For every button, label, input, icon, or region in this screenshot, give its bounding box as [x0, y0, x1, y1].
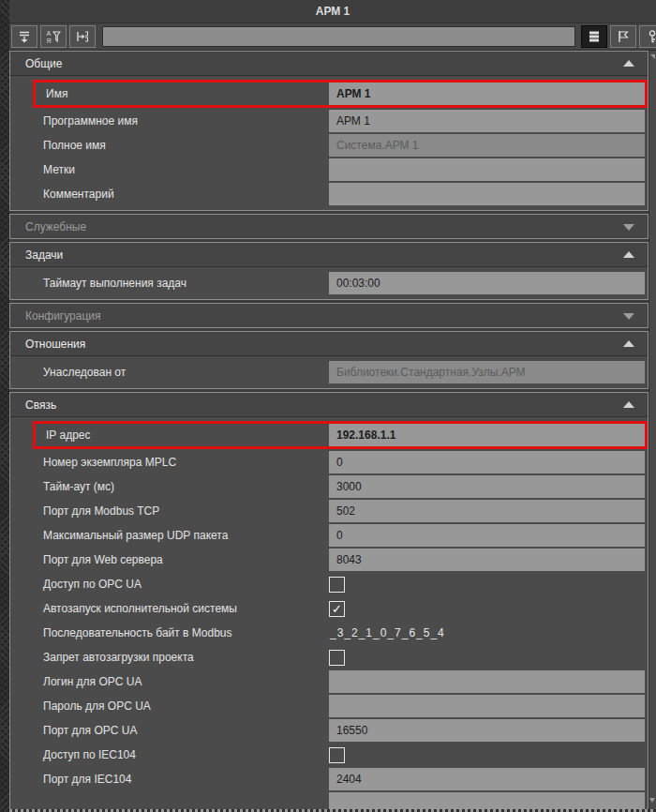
check-icon: ✓	[332, 602, 342, 616]
svg-text:А: А	[47, 30, 52, 37]
property-label: Унаследован от	[33, 366, 329, 379]
property-value-field: Библиотеки.Стандартная.Узлы.АРМ	[329, 361, 645, 383]
property-label: Номер экземпляра MPLC	[33, 456, 329, 469]
list-view-icon	[587, 29, 602, 44]
scrollbar[interactable]	[649, 51, 656, 812]
property-label: Пароль для OPC UA	[33, 699, 329, 713]
apply-down-button[interactable]	[11, 25, 37, 48]
property-label: Доступ по OPC UA	[33, 578, 329, 591]
property-row: Порт для IEC1042404	[33, 768, 648, 790]
property-row: Последовательность байт в Modbus_3_2_1_0…	[33, 622, 648, 644]
section: Служебные	[9, 214, 649, 239]
property-label: Таймаут выполнения задач	[33, 277, 329, 290]
property-row: Полное имяСистема.АРМ 1	[33, 134, 648, 157]
property-label: Запрет автозагрузки проекта	[33, 651, 329, 664]
property-value-field[interactable]: АРМ 1	[329, 83, 645, 105]
checkbox-unchecked[interactable]	[329, 747, 345, 763]
property-value-field[interactable]: 00:03:00	[329, 272, 645, 294]
property-value-text[interactable]: _3_2_1_0_7_6_5_4	[329, 626, 648, 639]
flag-icon	[616, 29, 631, 44]
property-value-field[interactable]: 3000	[329, 475, 645, 498]
section-header[interactable]: Конфигурация	[10, 304, 648, 327]
scroll-grip-icon	[650, 54, 655, 59]
collapse-arrow-icon[interactable]	[623, 60, 634, 67]
section-title: Отношения	[25, 338, 85, 351]
property-value-field[interactable]: 0	[329, 524, 645, 547]
section-rows: ИмяАРМ 1Программное имяАРМ 1Полное имяСи…	[10, 75, 648, 210]
alpha-sort-filter-button[interactable]: А Я	[40, 25, 67, 48]
property-label: Полное имя	[33, 139, 329, 152]
property-value-field[interactable]	[329, 183, 645, 205]
alpha-sort-filter-icon: А Я	[46, 29, 61, 44]
property-value-field: Система.АРМ 1	[329, 134, 645, 157]
property-row: Логин для OPC UA	[33, 670, 648, 693]
property-label: Порт для OPC UA	[33, 724, 329, 737]
checkbox-checked[interactable]: ✓	[329, 601, 345, 617]
section-rows: Унаследован отБиблиотеки.Стандартная.Узл…	[10, 355, 648, 388]
expand-arrow-icon[interactable]	[623, 224, 634, 231]
property-value-field[interactable]: 8043	[329, 549, 645, 571]
section-title: Конфигурация	[25, 309, 101, 323]
property-row: Метки	[33, 158, 648, 181]
section-rows: Таймаут выполнения задач00:03:00	[10, 266, 648, 299]
section: СвязьIP адрес192.168.1.1Номер экземпляра…	[9, 392, 649, 812]
property-label: IP адрес	[36, 429, 329, 442]
property-label: Комментарий	[33, 188, 329, 201]
section: ЗадачиТаймаут выполнения задач00:03:00	[9, 242, 649, 300]
list-view-button[interactable]	[581, 25, 607, 48]
property-value-field[interactable]	[329, 158, 645, 181]
properties-panel: ОбщиеИмяАРМ 1Программное имяАРМ 1Полное …	[9, 51, 649, 812]
property-row: Унаследован отБиблиотеки.Стандартная.Узл…	[33, 361, 648, 383]
property-label: Автозапуск исполнительной системы	[33, 602, 329, 615]
properties-toolbar: А Я	[9, 23, 656, 51]
property-value-field[interactable]: 2404	[329, 768, 645, 790]
property-value-field[interactable]: 0	[329, 451, 645, 474]
property-row: Доступ по OPC UA	[33, 573, 648, 595]
collapse-arrow-icon[interactable]	[623, 340, 634, 347]
collapse-arrow-icon[interactable]	[623, 251, 634, 258]
property-row: Таймаут выполнения задач00:03:00	[33, 272, 648, 294]
property-row: Порт для Web сервера8043	[33, 549, 648, 571]
property-row: Максимальный размер UDP пакета0	[33, 524, 648, 547]
sections: ОбщиеИмяАРМ 1Программное имяАРМ 1Полное …	[9, 51, 649, 812]
checkbox-unchecked[interactable]	[329, 577, 345, 593]
section: Конфигурация	[9, 303, 649, 328]
flag-button[interactable]	[610, 25, 636, 48]
property-label: Тайм-аут (мс)	[33, 480, 329, 493]
property-value-field[interactable]: АРМ 1	[329, 110, 645, 132]
property-row: Пароль для OPC UA	[33, 695, 648, 717]
property-label: Последовательность байт в Modbus	[33, 626, 329, 639]
key-icon	[645, 29, 656, 44]
section-title: Общие	[25, 57, 62, 70]
property-label: Метки	[33, 163, 329, 176]
section-header[interactable]: Отношения	[10, 332, 648, 355]
toolbar-filter-input[interactable]	[102, 26, 575, 47]
section-header[interactable]: Задачи	[10, 243, 648, 266]
property-value-field[interactable]: 192.168.1.1	[329, 424, 645, 446]
collapse-arrow-icon[interactable]	[623, 401, 634, 408]
panel-title: АРМ 1	[9, 0, 656, 23]
expand-entries-button[interactable]	[69, 25, 96, 48]
property-row: Номер экземпляра MPLC0	[33, 451, 648, 474]
property-value-field[interactable]	[329, 695, 645, 717]
property-row: Доступ по IEC104	[33, 744, 648, 766]
property-row: Запрет автозагрузки проекта	[33, 646, 648, 669]
section-header[interactable]: Общие	[10, 52, 648, 75]
section: ОтношенияУнаследован отБиблиотеки.Станда…	[9, 331, 649, 389]
property-row: Программное имяАРМ 1	[33, 110, 648, 132]
property-row: IP адрес192.168.1.1	[33, 421, 648, 449]
key-button[interactable]	[639, 25, 656, 48]
checkbox-unchecked[interactable]	[329, 650, 345, 666]
dock-edge-left	[0, 0, 9, 812]
property-label: Порт для IEC104	[33, 773, 329, 786]
section-header[interactable]: Связь	[10, 393, 648, 416]
section-header[interactable]: Служебные	[10, 215, 648, 238]
property-value-field[interactable]: 16550	[329, 719, 645, 742]
expand-arrow-icon[interactable]	[623, 313, 634, 320]
property-value-field[interactable]: 502	[329, 500, 645, 522]
expand-entries-icon	[75, 29, 90, 44]
property-row: Автозапуск исполнительной системы✓	[33, 597, 648, 620]
property-value-field[interactable]	[329, 670, 645, 693]
property-row: ИмяАРМ 1	[33, 80, 648, 108]
property-row: Комментарий	[33, 183, 648, 205]
